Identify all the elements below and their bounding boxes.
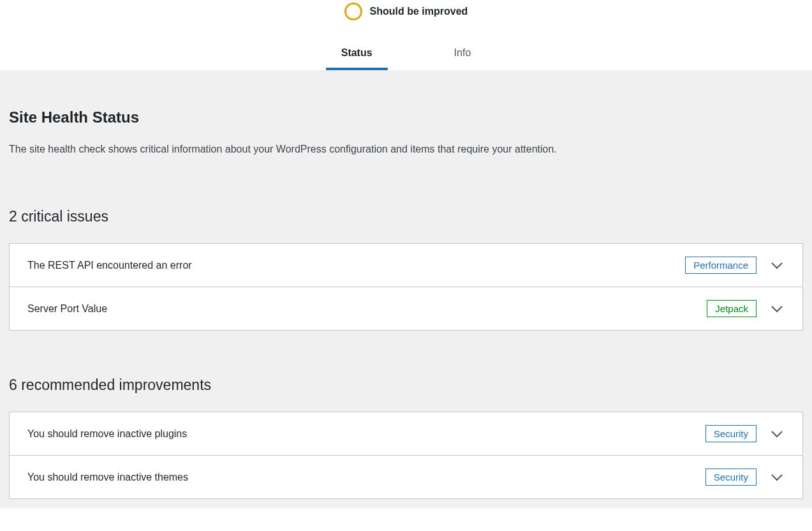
status-circle-icon — [344, 3, 362, 20]
chevron-down-icon[interactable] — [769, 426, 785, 442]
badge-security: Security — [705, 425, 757, 442]
issue-title: You should remove inactive plugins — [27, 428, 187, 440]
badge-performance: Performance — [685, 257, 757, 274]
tab-info[interactable]: Info — [439, 37, 487, 70]
issue-title: The REST API encountered an error — [27, 260, 192, 271]
critical-issues-heading: 2 critical issues — [9, 208, 803, 225]
critical-issues-list: The REST API encountered an error Perfor… — [9, 243, 803, 331]
chevron-down-icon[interactable] — [769, 258, 785, 273]
issue-item[interactable]: Server Port Value Jetpack — [10, 287, 802, 330]
issue-meta: Jetpack — [707, 300, 785, 317]
issue-item[interactable]: You should remove inactive plugins Secur… — [10, 412, 802, 456]
chevron-down-icon[interactable] — [769, 470, 785, 485]
page-description: The site health check shows critical inf… — [9, 142, 803, 157]
recommended-heading: 6 recommended improvements — [9, 377, 803, 394]
issue-meta: Security — [705, 468, 785, 486]
issue-meta: Performance — [685, 257, 785, 274]
page-title: Site Health Status — [9, 108, 803, 126]
tab-status[interactable]: Status — [326, 37, 388, 70]
issue-title: You should remove inactive themes — [27, 472, 188, 483]
issue-title: Server Port Value — [27, 303, 107, 315]
recommended-issues-list: You should remove inactive plugins Secur… — [9, 412, 803, 499]
issue-item[interactable]: You should remove inactive themes Securi… — [10, 456, 802, 498]
issue-item[interactable]: The REST API encountered an error Perfor… — [10, 244, 802, 287]
chevron-down-icon[interactable] — [769, 301, 785, 317]
tabs-nav: Status Info — [0, 37, 812, 70]
status-indicator: Should be improved — [0, 3, 812, 20]
status-text: Should be improved — [370, 6, 468, 17]
content-section: Site Health Status The site health check… — [0, 70, 812, 508]
badge-security: Security — [705, 468, 757, 486]
header-section: Should be improved Status Info — [0, 0, 812, 70]
badge-jetpack: Jetpack — [707, 300, 757, 317]
issue-meta: Security — [705, 425, 785, 442]
